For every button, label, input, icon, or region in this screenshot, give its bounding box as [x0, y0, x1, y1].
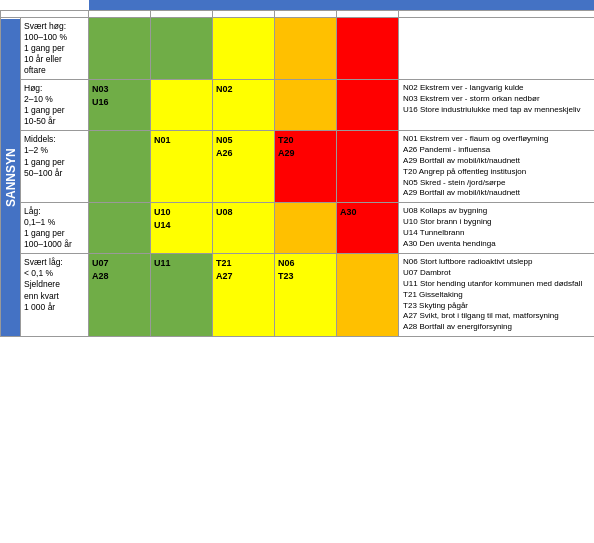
risk-cell-r4-c1: U11 [151, 254, 213, 337]
risk-cell-r1-c2: N02 [213, 80, 275, 131]
risk-cell-r1-c1 [151, 80, 213, 131]
table-row: Låg: 0,1–1 % 1 gang per 100–1000 årU10 U… [1, 203, 595, 254]
risk-cell-r2-c2: N05 A26 [213, 131, 275, 203]
row-label: Låg: 0,1–1 % 1 gang per 100–1000 år [21, 203, 89, 254]
risk-cell-r3-c2: U08 [213, 203, 275, 254]
table-row: SANNSYNSvært høg: 100–100 % 1 gang per 1… [1, 18, 595, 80]
row-label: Høg: 2–10 % 1 gang per 10-50 år [21, 80, 89, 131]
risk-cell-r3-c1: U10 U14 [151, 203, 213, 254]
risk-cell-r4-c3: N06 T23 [275, 254, 337, 337]
subheader-store [275, 11, 337, 18]
risk-cell-r1-c3 [275, 80, 337, 131]
scenario-cell: U08 Kollaps av bygning U10 Stor brann i … [399, 203, 594, 254]
scenario-cell: N01 Ekstrem ver - flaum og overfløyming … [399, 131, 594, 203]
risk-cell-r2-c3: T20 A29 [275, 131, 337, 203]
scenario-cell: N02 Ekstrem ver - langvarig kulde N03 Ek… [399, 80, 594, 131]
risk-cell-r0-c1 [151, 18, 213, 80]
risk-cell-r1-c0: N03 U16 [89, 80, 151, 131]
subheader-row [1, 11, 595, 18]
risk-cell-r0-c0 [89, 18, 151, 80]
risk-cell-r3-c3 [275, 203, 337, 254]
table-row: Høg: 2–10 % 1 gang per 10-50 årN03 U16N0… [1, 80, 595, 131]
sannsyn-label: SANNSYN [1, 18, 21, 337]
risk-cell-r0-c2 [213, 18, 275, 80]
header-forstyrringar [89, 0, 399, 11]
risk-cell-r4-c0: U07 A28 [89, 254, 151, 337]
main-header-row [1, 0, 595, 11]
subheader-svaert-sma [89, 11, 151, 18]
table-row: Svært låg: < 0,1 % Sjeldnere enn kvart 1… [1, 254, 595, 337]
risk-cell-r3-c4: A30 [337, 203, 399, 254]
row-label: Svært låg: < 0,1 % Sjeldnere enn kvart 1… [21, 254, 89, 337]
scenario-cell [399, 18, 594, 80]
row-label: Middels: 1–2 % 1 gang per 50–100 år [21, 131, 89, 203]
row-label: Svært høg: 100–100 % 1 gang per 10 år el… [21, 18, 89, 80]
risk-cell-r2-c0 [89, 131, 151, 203]
table-row: Middels: 1–2 % 1 gang per 50–100 årN01N0… [1, 131, 595, 203]
risk-cell-r0-c4 [337, 18, 399, 80]
risk-cell-r1-c4 [337, 80, 399, 131]
risk-cell-r2-c4 [337, 131, 399, 203]
header-scenarie [399, 0, 594, 11]
risk-cell-r0-c3 [275, 18, 337, 80]
subheader-svaert-store [337, 11, 399, 18]
subheader-middels [213, 11, 275, 18]
risk-cell-r4-c4 [337, 254, 399, 337]
risk-cell-r4-c2: T21 A27 [213, 254, 275, 337]
risk-cell-r2-c1: N01 [151, 131, 213, 203]
scenario-cell: N06 Stort luftbore radioaktivt utslepp U… [399, 254, 594, 337]
subheader-sma [151, 11, 213, 18]
risk-cell-r3-c0 [89, 203, 151, 254]
